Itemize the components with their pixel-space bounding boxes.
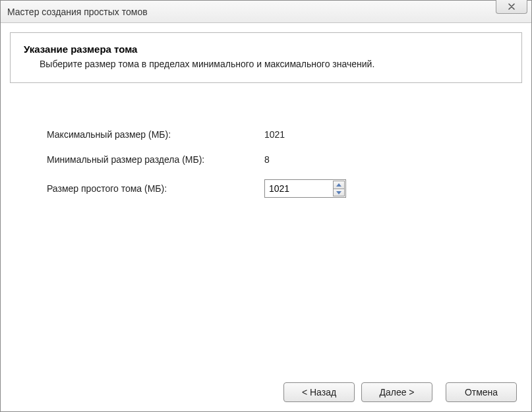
spinner-down-button[interactable]: [333, 189, 345, 197]
min-size-row: Минимальный размер раздела (МБ): 8: [47, 154, 518, 165]
min-size-value: 8: [264, 154, 396, 165]
next-button[interactable]: Далее >: [361, 382, 432, 402]
page-description: Выберите размер тома в пределах минималь…: [40, 57, 435, 71]
max-size-row: Максимальный размер (МБ): 1021: [47, 129, 518, 140]
spinner-up-button[interactable]: [333, 181, 345, 189]
max-size-value: 1021: [264, 129, 396, 140]
page-title: Указание размера тома: [24, 44, 508, 55]
close-button[interactable]: [496, 0, 527, 14]
wizard-window: Мастер создания простых томов Указание р…: [0, 0, 532, 412]
footer-buttons: < Назад Далее > Отмена: [1, 373, 531, 411]
close-icon: [508, 3, 516, 10]
titlebar: Мастер создания простых томов: [1, 1, 531, 23]
form-area: Максимальный размер (МБ): 1021 Минимальн…: [1, 83, 531, 225]
volume-size-label: Размер простого тома (МБ):: [47, 183, 264, 194]
window-title: Мастер создания простых томов: [7, 7, 148, 17]
min-size-label: Минимальный размер раздела (МБ):: [47, 154, 264, 165]
volume-size-row: Размер простого тома (МБ):: [47, 179, 518, 198]
back-button[interactable]: < Назад: [283, 382, 355, 402]
chevron-up-icon: [336, 183, 341, 187]
cancel-button[interactable]: Отмена: [446, 382, 517, 402]
max-size-label: Максимальный размер (МБ):: [47, 129, 264, 140]
header-panel: Указание размера тома Выберите размер то…: [10, 32, 522, 83]
chevron-down-icon: [336, 191, 341, 194]
volume-size-spinner: [264, 179, 346, 198]
